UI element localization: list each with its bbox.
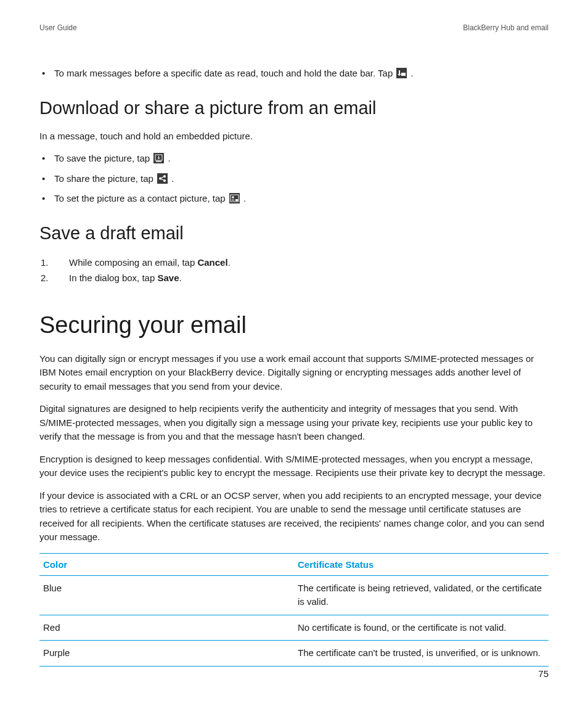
intro-bullet-list: To mark messages before a specific date …: [39, 67, 549, 81]
text: To mark messages before a specific date …: [54, 68, 395, 78]
text: To save the picture, tap: [54, 153, 152, 163]
header-right: BlackBerry Hub and email: [463, 23, 549, 32]
text: .: [179, 273, 181, 283]
list-item: To mark messages before a specific date …: [39, 67, 549, 81]
text: .: [168, 153, 170, 163]
svg-rect-7: [235, 199, 238, 201]
bold: Cancel: [197, 257, 227, 268]
paragraph: If your device is associated with a CRL …: [39, 489, 549, 544]
heading-securing: Securing your email: [39, 312, 549, 339]
header-left: User Guide: [39, 23, 77, 32]
heading-save-draft: Save a draft email: [39, 223, 549, 244]
paragraph: You can digitally sign or encrypt messag…: [39, 352, 549, 394]
heading-download-share: Download or share a picture from an emai…: [39, 98, 549, 118]
paragraph: Encryption is designed to keep messages …: [39, 453, 549, 480]
page-number: 75: [538, 668, 549, 679]
certificate-status-table: Color Certificate Status Blue The certif…: [39, 553, 549, 667]
text: .: [171, 173, 174, 184]
table-cell: The certificate can't be trusted, is unv…: [294, 641, 549, 667]
table-row: Red No certificate is found, or the cert…: [39, 615, 549, 641]
list-item: In the dialog box, tap Save.: [39, 270, 549, 286]
svg-point-3: [163, 175, 166, 178]
bold: Save: [157, 273, 179, 283]
list-item: While composing an email, tap Cancel.: [39, 255, 549, 271]
paragraph: Digital signatures are designed to help …: [39, 402, 549, 444]
table-cell: The certificate is being retrieved, vali…: [294, 575, 549, 615]
table-cell: Purple: [39, 641, 294, 667]
svg-rect-1: [156, 161, 161, 162]
svg-point-6: [232, 196, 234, 199]
save-image-icon: [153, 153, 164, 163]
contact-picture-icon: [229, 193, 240, 203]
list-item: To set the picture as a contact picture,…: [39, 192, 549, 206]
text: To share the picture, tap: [54, 173, 156, 184]
lead-paragraph: In a message, touch and hold an embedded…: [39, 129, 549, 144]
text: To set the picture as a contact picture,…: [54, 193, 228, 203]
draft-steps: While composing an email, tap Cancel. In…: [39, 255, 549, 286]
page-header: User Guide BlackBerry Hub and email: [39, 23, 549, 32]
text: .: [228, 257, 231, 268]
table-header: Color: [39, 553, 294, 575]
download-bullet-list: To save the picture, tap . To share the …: [39, 152, 549, 206]
table-cell: Blue: [39, 575, 294, 615]
text: .: [411, 68, 414, 78]
table-row: Purple The certificate can't be trusted,…: [39, 641, 549, 667]
svg-point-4: [163, 179, 166, 182]
text: While composing an email, tap: [69, 257, 197, 268]
list-item: To save the picture, tap .: [39, 152, 549, 166]
list-item: To share the picture, tap .: [39, 172, 549, 186]
mark-read-icon: [396, 68, 407, 78]
table-header: Certificate Status: [294, 553, 549, 575]
table-cell: Red: [39, 615, 294, 641]
text: .: [243, 193, 246, 203]
table-cell: No certificate is found, or the certific…: [294, 615, 549, 641]
table-row: Blue The certificate is being retrieved,…: [39, 575, 549, 615]
text: In the dialog box, tap: [69, 273, 157, 283]
svg-point-2: [159, 177, 161, 179]
share-icon: [157, 173, 168, 184]
